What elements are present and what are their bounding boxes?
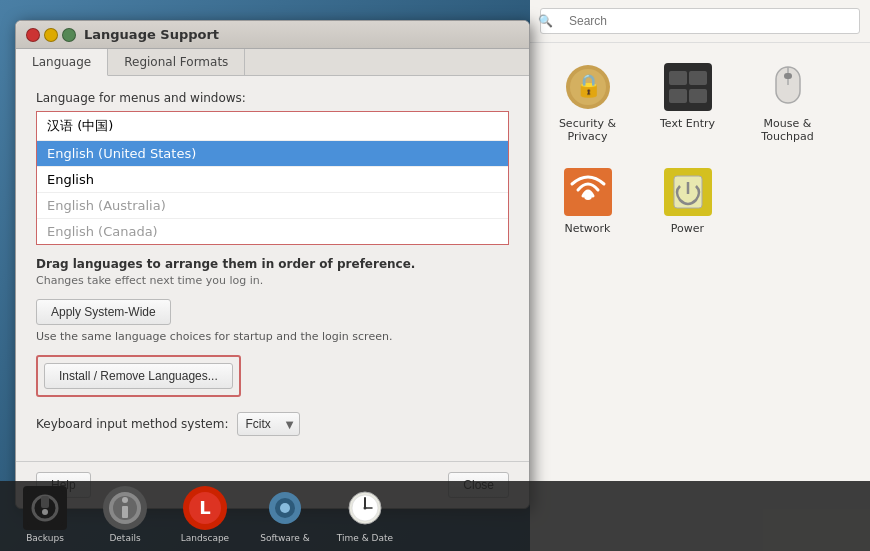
window-controls (26, 28, 76, 42)
dialog-titlebar: Language Support (16, 21, 529, 49)
settings-item-security[interactable]: 🔒 Security &Privacy (540, 53, 635, 153)
details-icon (103, 486, 147, 530)
language-list[interactable]: 汉语 (中国) English (United States) English … (36, 111, 509, 245)
tab-language[interactable]: Language (16, 49, 108, 76)
svg-point-22 (122, 497, 128, 503)
settings-grid: 🔒 Security &Privacy Text Entry (530, 43, 870, 255)
svg-rect-6 (669, 89, 687, 103)
mouse-label: Mouse &Touchpad (761, 117, 813, 143)
drag-hint: Drag languages to arrange them in order … (36, 257, 509, 271)
drag-hint-sub: Changes take effect next time you log in… (36, 274, 509, 287)
dialog-title: Language Support (84, 27, 219, 42)
keyboard-select-wrapper: Fcitx IBus None ▼ (237, 412, 300, 436)
dialog-tabs: Language Regional Formats (16, 49, 529, 76)
security-label: Security &Privacy (559, 117, 616, 143)
install-remove-languages-button[interactable]: Install / Remove Languages... (44, 363, 233, 389)
network-icon (564, 168, 612, 216)
svg-rect-7 (689, 89, 707, 103)
timedate-label: Time & Date (337, 533, 393, 543)
close-window-button[interactable] (26, 28, 40, 42)
svg-point-28 (280, 503, 290, 513)
svg-text:🔒: 🔒 (574, 72, 602, 99)
maximize-window-button[interactable] (62, 28, 76, 42)
keyboard-row: Keyboard input method system: Fcitx IBus… (36, 412, 509, 436)
landscape-label: Landscape (181, 533, 229, 543)
network-label: Network (565, 222, 611, 235)
backups-label: Backups (26, 533, 64, 543)
language-item-en-au[interactable]: English (Australia) (37, 193, 508, 219)
apply-system-wide-button[interactable]: Apply System-Wide (36, 299, 171, 325)
language-item-zh-cn[interactable]: 汉语 (中国) (37, 112, 508, 141)
clock-icon (343, 486, 387, 530)
taskbar-item-timedate[interactable]: Time & Date (330, 486, 400, 543)
settings-item-mouse[interactable]: Mouse &Touchpad (740, 53, 835, 153)
language-section-label: Language for menus and windows: (36, 91, 509, 105)
backups-icon (23, 486, 67, 530)
taskbar-item-landscape[interactable]: L Landscape (170, 486, 240, 543)
svg-point-33 (364, 507, 367, 510)
search-icon: 🔍 (538, 14, 553, 28)
settings-search-bar[interactable]: 🔍 (530, 0, 870, 43)
text-entry-label: Text Entry (660, 117, 715, 130)
settings-panel: 🔍 🔒 Security &Privacy (530, 0, 870, 551)
settings-item-text-entry[interactable]: Text Entry (640, 53, 735, 153)
svg-rect-18 (41, 496, 49, 508)
apply-section: Apply System-Wide Use the same language … (36, 299, 509, 343)
settings-item-power[interactable]: Power (640, 158, 735, 245)
power-icon (664, 168, 712, 216)
taskbar-item-backups[interactable]: Backups (10, 486, 80, 543)
keyboard-method-select[interactable]: Fcitx IBus None (237, 412, 300, 436)
language-item-en-ca[interactable]: English (Canada) (37, 219, 508, 244)
svg-point-19 (42, 509, 48, 515)
text-entry-icon (664, 63, 712, 111)
taskbar: Backups Details L Landscape (0, 481, 870, 551)
language-support-dialog: Language Support Language Regional Forma… (15, 20, 530, 509)
mouse-icon (764, 63, 812, 111)
details-label: Details (109, 533, 140, 543)
software-label: Software & (260, 533, 310, 543)
install-section: Install / Remove Languages... (36, 355, 241, 397)
svg-rect-4 (669, 71, 687, 85)
svg-rect-10 (784, 73, 792, 79)
security-icon: 🔒 (564, 63, 612, 111)
landscape-icon: L (183, 486, 227, 530)
software-icon (263, 486, 307, 530)
settings-item-network[interactable]: Network (540, 158, 635, 245)
language-item-en-us[interactable]: English (United States) (37, 141, 508, 167)
search-input[interactable] (540, 8, 860, 34)
minimize-window-button[interactable] (44, 28, 58, 42)
apply-hint: Use the same language choices for startu… (36, 330, 509, 343)
desktop: 🔍 🔒 Security &Privacy (0, 0, 870, 551)
svg-rect-3 (664, 63, 712, 111)
svg-rect-5 (689, 71, 707, 85)
power-label: Power (671, 222, 704, 235)
svg-text:L: L (199, 497, 210, 518)
svg-rect-23 (122, 506, 128, 518)
language-item-en[interactable]: English (37, 167, 508, 193)
dialog-body: Language for menus and windows: 汉语 (中国) … (16, 76, 529, 461)
taskbar-item-details[interactable]: Details (90, 486, 160, 543)
taskbar-item-software[interactable]: Software & (250, 486, 320, 543)
keyboard-label: Keyboard input method system: (36, 417, 229, 431)
tab-regional-formats[interactable]: Regional Formats (108, 49, 245, 75)
